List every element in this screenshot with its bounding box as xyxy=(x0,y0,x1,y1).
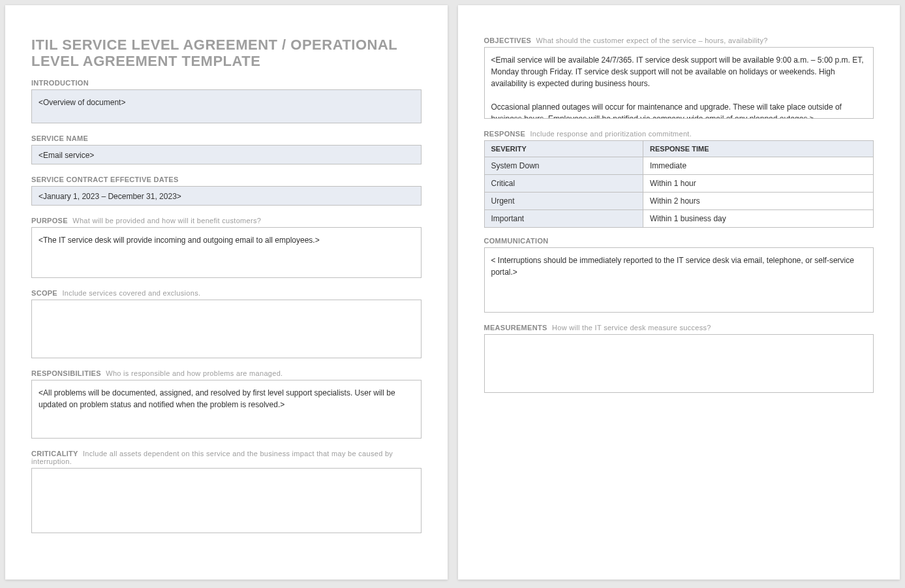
time-cell: Within 1 business day xyxy=(643,210,874,228)
scope-label: SCOPE Include services covered and exclu… xyxy=(31,289,422,297)
severity-cell: System Down xyxy=(484,157,643,175)
criticality-label-text: CRITICALITY xyxy=(31,450,78,457)
contract-dates-label: SERVICE CONTRACT EFFECTIVE DATES xyxy=(31,176,422,183)
criticality-field[interactable] xyxy=(31,468,422,533)
objectives-field[interactable] xyxy=(484,47,874,119)
time-cell: Within 2 hours xyxy=(643,193,874,210)
communication-label: COMMUNICATION xyxy=(484,237,874,245)
scope-field[interactable] xyxy=(31,300,422,358)
table-row: Urgent Within 2 hours xyxy=(484,193,874,210)
introduction-label: INTRODUCTION xyxy=(31,79,422,87)
responsibilities-label-text: RESPONSIBILITIES xyxy=(31,369,101,377)
scope-hint: Include services covered and exclusions. xyxy=(62,289,200,297)
time-cell: Within 1 hour xyxy=(643,175,874,193)
criticality-label: CRITICALITY Include all assets dependent… xyxy=(31,450,422,465)
contract-dates-field[interactable] xyxy=(31,186,422,206)
purpose-label-text: PURPOSE xyxy=(31,217,68,224)
objectives-label-text: OBJECTIVES xyxy=(484,37,532,44)
table-header-row: SEVERITY RESPONSE TIME xyxy=(484,141,874,157)
measurements-label: MEASUREMENTS How will the IT service des… xyxy=(484,324,874,332)
time-cell: Immediate xyxy=(643,157,874,175)
table-row: System Down Immediate xyxy=(484,157,874,175)
objectives-hint: What should the customer expect of the s… xyxy=(536,37,768,44)
purpose-field[interactable] xyxy=(31,227,422,278)
communication-field[interactable] xyxy=(484,247,874,313)
table-row: Important Within 1 business day xyxy=(484,210,874,228)
objectives-label: OBJECTIVES What should the customer expe… xyxy=(484,37,874,44)
document-title: ITIL SERVICE LEVEL AGREEMENT / OPERATION… xyxy=(31,37,422,70)
scope-label-text: SCOPE xyxy=(31,289,57,297)
purpose-hint: What will be provided and how will it be… xyxy=(72,217,261,224)
response-label: RESPONSE Include response and prioritiza… xyxy=(484,130,874,138)
responsibilities-field[interactable] xyxy=(31,380,422,439)
measurements-field[interactable] xyxy=(484,334,874,393)
service-name-field[interactable] xyxy=(31,145,422,164)
purpose-label: PURPOSE What will be provided and how wi… xyxy=(31,217,422,224)
severity-cell: Urgent xyxy=(484,193,643,210)
severity-cell: Important xyxy=(484,210,643,228)
response-hint: Include response and prioritization comm… xyxy=(530,130,692,138)
page-2: OBJECTIVES What should the customer expe… xyxy=(458,5,900,580)
severity-cell: Critical xyxy=(484,175,643,193)
introduction-field[interactable] xyxy=(31,89,422,123)
response-label-text: RESPONSE xyxy=(484,130,526,138)
criticality-hint: Include all assets dependent on this ser… xyxy=(31,450,393,465)
page-1: ITIL SERVICE LEVEL AGREEMENT / OPERATION… xyxy=(5,5,448,580)
table-row: Critical Within 1 hour xyxy=(484,175,874,193)
measurements-hint: How will the IT service desk measure suc… xyxy=(552,324,711,332)
response-table: SEVERITY RESPONSE TIME System Down Immed… xyxy=(484,140,874,228)
measurements-label-text: MEASUREMENTS xyxy=(484,324,547,332)
severity-header: SEVERITY xyxy=(484,141,643,157)
service-name-label: SERVICE NAME xyxy=(31,134,422,142)
responsibilities-hint: Who is responsible and how problems are … xyxy=(106,369,283,377)
response-time-header: RESPONSE TIME xyxy=(643,141,874,157)
responsibilities-label: RESPONSIBILITIES Who is responsible and … xyxy=(31,369,422,377)
